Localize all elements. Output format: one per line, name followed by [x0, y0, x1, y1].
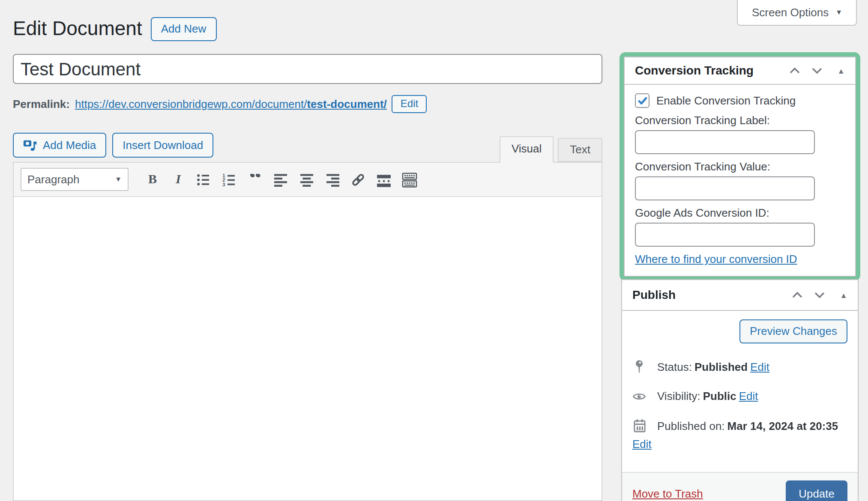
conversion-tracking-value-field: Conversion Tracking Value:	[635, 160, 845, 200]
align-center-icon	[299, 172, 314, 187]
link-icon	[350, 172, 366, 187]
update-button[interactable]: Update	[786, 480, 847, 501]
conversion-tracking-highlight: Conversion Tracking ▲ Enable Conve	[620, 52, 860, 281]
insert-download-label: Insert Download	[123, 138, 203, 152]
move-panel-down-button[interactable]	[810, 65, 824, 76]
publish-header[interactable]: Publish ▲	[622, 280, 858, 311]
google-ads-conversion-id-label: Google Ads Conversion ID:	[635, 206, 845, 219]
editor: Paragraph ▼ B I	[13, 162, 602, 501]
published-on-row: Published on:Mar 14, 2024 at 20:35	[632, 419, 847, 432]
bold-button[interactable]: B	[141, 168, 165, 191]
insert-download-button[interactable]: Insert Download	[112, 133, 213, 158]
edit-visibility-link[interactable]: Edit	[739, 390, 758, 403]
numbered-list-icon: 1 2 3	[222, 172, 237, 187]
published-on-value: Mar 14, 2024 at 20:35	[727, 419, 838, 432]
conversion-tracking-value-input[interactable]	[635, 176, 815, 200]
panel-handle-actions: ▲	[790, 289, 847, 301]
move-to-trash-link[interactable]: Move to Trash	[632, 487, 703, 500]
bulleted-list-button[interactable]	[192, 168, 216, 191]
italic-icon: I	[176, 172, 181, 187]
permalink-label: Permalink:	[13, 98, 70, 110]
add-new-button[interactable]: Add New	[151, 17, 217, 41]
add-media-icon	[23, 138, 38, 152]
page-header: Edit Document Add New	[13, 17, 602, 40]
paragraph-dropdown-label: Paragraph	[27, 173, 79, 186]
numbered-list-button[interactable]: 1 2 3	[218, 168, 242, 191]
enable-conversion-tracking-row[interactable]: Enable Conversion Tracking	[635, 93, 845, 108]
status-value: Published	[694, 360, 748, 373]
publish-panel: Publish ▲ Preview Changes	[621, 279, 859, 501]
add-media-button[interactable]: Add Media	[13, 133, 106, 158]
keyboard-icon	[402, 172, 417, 187]
editor-top-row: Add Media Insert Download Visual Text	[13, 133, 602, 162]
move-panel-up-button[interactable]	[787, 65, 802, 76]
preview-row: Preview Changes	[632, 319, 847, 343]
collapse-panel-toggle[interactable]: ▲	[840, 291, 847, 299]
permalink-url-base: https://dev.conversionbridgewp.com/docum…	[75, 98, 307, 110]
visibility-eye-icon	[632, 391, 646, 401]
google-ads-conversion-id-input[interactable]	[635, 223, 815, 247]
media-buttons: Add Media Insert Download	[13, 133, 213, 158]
align-right-icon	[325, 172, 340, 187]
align-center-button[interactable]	[295, 168, 319, 191]
align-right-button[interactable]	[320, 168, 344, 191]
edit-document-page: Screen Options ▼ Edit Document Add New P…	[0, 0, 868, 501]
bulleted-list-icon	[196, 172, 212, 187]
post-status-pin-icon	[632, 360, 646, 373]
conversion-tracking-label-input[interactable]	[635, 130, 815, 154]
tab-text[interactable]: Text	[558, 138, 602, 162]
read-more-button[interactable]	[372, 168, 396, 191]
chevron-up-icon	[792, 291, 803, 299]
visibility-value: Public	[703, 390, 736, 403]
tab-visual[interactable]: Visual	[500, 136, 554, 163]
status-label: Status:	[657, 360, 692, 373]
paragraph-dropdown[interactable]: Paragraph ▼	[21, 168, 129, 191]
publish-body: Preview Changes Status:PublishedEdit	[622, 311, 858, 461]
toolbar-toggle-button[interactable]	[398, 168, 422, 191]
document-title-input[interactable]	[13, 54, 602, 84]
conversion-tracking-value-label: Conversion Tracking Value:	[635, 160, 845, 173]
conversion-tracking-label-label: Conversion Tracking Label:	[635, 114, 845, 127]
align-left-icon	[273, 172, 289, 187]
enable-conversion-tracking-checkbox[interactable]	[635, 93, 650, 108]
read-more-icon	[376, 172, 392, 187]
visibility-text: Visibility:PublicEdit	[657, 390, 758, 403]
edit-published-date-link[interactable]: Edit	[632, 438, 652, 450]
move-panel-down-button[interactable]	[812, 289, 827, 301]
move-panel-up-button[interactable]	[790, 289, 805, 301]
publish-title: Publish	[632, 288, 676, 302]
enable-conversion-tracking-label: Enable Conversion Tracking	[656, 94, 796, 107]
conversion-tracking-label-field: Conversion Tracking Label:	[635, 114, 845, 154]
published-on-label: Published on:	[657, 419, 725, 432]
permalink: Permalink: https://dev.conversionbridgew…	[13, 95, 602, 113]
page-title: Edit Document	[13, 17, 142, 40]
published-on-text: Published on:Mar 14, 2024 at 20:35	[657, 419, 841, 432]
conversion-id-help-link[interactable]: Where to find your conversion ID	[635, 253, 797, 265]
editor-content-area[interactable]	[14, 197, 602, 500]
conversion-tracking-title: Conversion Tracking	[635, 63, 754, 78]
italic-button[interactable]: I	[166, 168, 190, 191]
calendar-icon	[632, 419, 646, 432]
edit-permalink-button[interactable]: Edit	[392, 95, 427, 113]
blockquote-icon: “	[249, 173, 262, 185]
add-media-label: Add Media	[43, 138, 96, 152]
conversion-tracking-header[interactable]: Conversion Tracking ▲	[625, 57, 855, 85]
screen-options-button[interactable]: Screen Options ▼	[737, 0, 857, 26]
chevron-down-icon	[814, 291, 825, 299]
checkmark-icon	[637, 95, 647, 106]
svg-text:3: 3	[222, 182, 225, 187]
align-left-button[interactable]	[269, 168, 293, 191]
preview-changes-button[interactable]: Preview Changes	[739, 319, 847, 343]
permalink-link[interactable]: https://dev.conversionbridgewp.com/docum…	[75, 98, 387, 110]
blockquote-button[interactable]: “	[243, 168, 267, 191]
edit-status-link[interactable]: Edit	[750, 360, 769, 373]
publish-footer: Move to Trash Update	[622, 472, 858, 501]
permalink-url-slug: test-document/	[307, 98, 386, 110]
bold-icon: B	[148, 172, 157, 187]
caret-down-icon: ▼	[115, 176, 122, 183]
insert-link-button[interactable]	[346, 168, 370, 191]
status-row: Status:PublishedEdit	[632, 360, 847, 373]
editor-tabs: Visual Text	[495, 136, 602, 162]
collapse-panel-toggle[interactable]: ▲	[837, 66, 845, 75]
google-ads-conversion-id-field: Google Ads Conversion ID:	[635, 206, 845, 247]
